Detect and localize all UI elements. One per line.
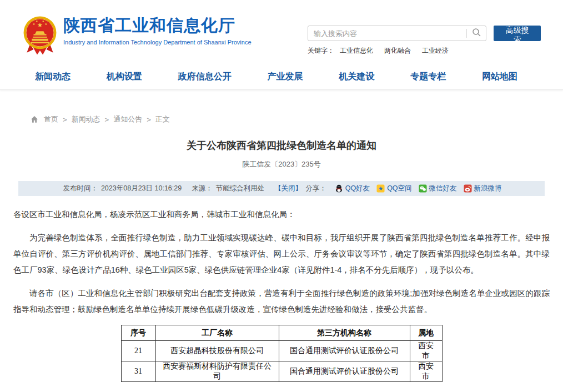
publish-time-label: 发布时间： [63,184,98,193]
source-label: 来源： [192,184,213,193]
keyword-link[interactable]: 两化融合 [384,46,411,56]
cell-region: 西安市 [410,361,442,382]
search-area: 高级搜索 关键字： 工业信息化 两化融合 工业经济 [308,26,541,56]
share-qq-friend[interactable]: QQ好友 [335,184,370,193]
paragraph-addressees: 各设区市工业和信息化局，杨凌示范区工业和商务局，韩城市工业和信息化局： [13,207,550,223]
breadcrumb-separator: > [147,115,151,124]
share-weibo-label: 新浪微博 [474,184,502,193]
nav-item-industry[interactable]: 产业发展 [267,71,303,83]
nav-item-agency[interactable]: 机关建设 [339,71,374,83]
qzone-icon: ★ [376,184,385,193]
table-row: 31 西安赛福斯材料防护有限责任公司 国合通用测试评价认证股份公司 西安市 [121,361,442,382]
svg-text:★: ★ [45,22,48,26]
svg-text:★: ★ [33,22,36,26]
keyword-link[interactable]: 工业信息化 [340,46,373,56]
share-sina-weibo[interactable]: 新浪微博 [464,184,502,193]
header-cell-agency: 第三方机构名称 [279,325,410,341]
cell-factory: 西安赛福斯材料防护有限责任公司 [155,361,279,382]
national-emblem-logo: ★ ★ ★ ★ ★ [22,16,58,56]
table-row: 21 西安超晶科技股份有限公司 国合通用测试评价认证股份公司 西安市 [121,341,442,361]
cell-factory: 西安超晶科技股份有限公司 [155,341,279,361]
nav-item-news[interactable]: 新闻动态 [35,71,71,83]
breadcrumb-separator: > [105,115,109,124]
site-subtitle: Industry and Information Technology Depa… [63,39,252,46]
nav-item-sitemap[interactable]: 网站地图 [482,71,517,83]
green-factory-table: 序号 工厂名称 第三方机构名称 属地 21 西安超晶科技股份有限公司 国合通用测… [121,325,443,382]
search-input[interactable] [308,29,466,38]
site-title: 陕西省工业和信息化厅 [63,16,252,36]
nav-item-topics[interactable]: 专题专栏 [410,71,446,83]
cell-index: 21 [121,341,155,361]
share-qzone[interactable]: ★ QQ空间 [376,184,411,193]
article-body: 各设区市工业和信息化局，杨凌示范区工业和商务局，韩城市工业和信息化局： 为完善绿… [13,207,550,318]
search-icon [472,28,481,39]
advanced-search-button[interactable]: 高级搜索 [494,26,541,41]
keywords-label: 关键字： [308,46,334,56]
breadcrumb-separator: > [63,115,67,124]
search-keywords: 关键字： 工业信息化 两化融合 工业经济 [308,46,541,56]
header-cell-region: 属地 [410,325,442,341]
qq-icon [335,184,343,193]
home-icon[interactable] [31,115,38,123]
document-number: 陕工信发〔2023〕235号 [0,159,563,169]
svg-text:★: ★ [378,185,383,192]
header-cell-index: 序号 [121,325,155,341]
site-header: ★ ★ ★ ★ ★ 陕西省工业和信息化厅 Industry and Inform… [0,0,563,64]
search-button[interactable] [467,26,486,41]
breadcrumb-news[interactable]: 新闻动态 [72,114,100,124]
table-header-row: 序号 工厂名称 第三方机构名称 属地 [121,325,442,341]
wechat-icon [419,184,427,193]
keyword-link[interactable]: 工业经济 [422,46,449,56]
article-meta-bar: 发布时间： 2023年08月23日 10:16:29 来源： 节能综合利用处 【… [18,181,545,196]
article-title: 关于公布陕西省第四批绿色制造名单的通知 [0,139,563,152]
share-wechat-friend[interactable]: 微信好友 [419,184,457,193]
nav-item-organization[interactable]: 机构设置 [107,71,142,83]
breadcrumb-notices[interactable]: 通知公告 [113,114,142,124]
share-wechat-label: 微信好友 [429,184,457,193]
publish-time-value: 2023年08月23日 10:16:29 [101,184,182,193]
share-label: 分享： [305,184,326,193]
share-qq-label: QQ好友 [345,184,370,193]
weibo-icon [464,184,472,193]
cell-agency: 国合通用测试评价认证股份公司 [279,361,410,382]
page: ★ ★ ★ ★ ★ 陕西省工业和信息化厅 Industry and Inform… [0,0,563,392]
cell-agency: 国合通用测试评价认证股份公司 [279,341,410,361]
svg-text:★: ★ [36,19,38,23]
share-qzone-label: QQ空间 [387,184,411,193]
cell-index: 31 [121,361,155,382]
search-box [308,26,486,41]
source-value: 节能综合利用处 [216,184,265,193]
paragraph-announcement: 为完善绿色制造体系，全面推行绿色制造，助力工业领域实现碳达峰、碳中和目标，我厅组… [13,230,550,278]
svg-text:★: ★ [42,19,44,23]
breadcrumb: 首页 > 新闻动态 > 通知公告 > 正文 [31,114,563,124]
brand-text: 陕西省工业和信息化厅 Industry and Information Tech… [63,16,252,46]
cell-region: 西安市 [410,341,442,361]
header-cell-factory: 工厂名称 [155,325,279,341]
paragraph-requirements: 请各市（区）工业和信息化主管部门积极研究出台配套支持政策，营造有利于全面推行绿色… [13,285,550,318]
breadcrumb-current: 正文 [155,114,170,124]
breadcrumb-home[interactable]: 首页 [44,114,58,124]
nav-item-gov-info[interactable]: 政府信息公开 [178,71,232,83]
close-link[interactable]: 【关闭】 [274,184,302,193]
main-nav: 新闻动态 机构设置 政府信息公开 产业发展 机关建设 专题专栏 网站地图 [0,64,563,90]
